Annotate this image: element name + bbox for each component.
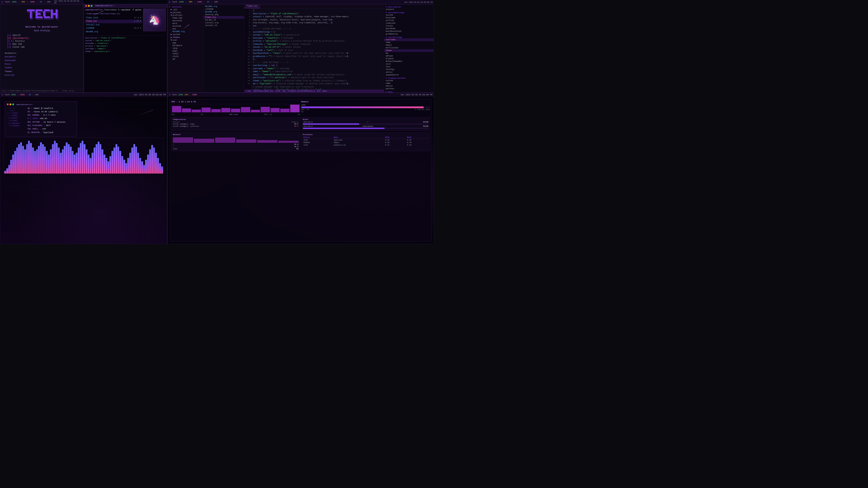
qb-menu-history[interactable]: [S h] History <box>7 40 76 43</box>
code-line-16: bootMode = "uefi"; # uefi or bios <box>253 49 382 52</box>
tree-item-git[interactable]: ▶.git <box>167 8 204 11</box>
outline-user-name[interactable]: name <box>384 41 434 44</box>
viz-bar-item <box>70 147 72 173</box>
tree-item-lang[interactable]: lang <box>167 47 204 50</box>
outline-outputs[interactable]: outputs <box>384 8 434 11</box>
nf-min-dot[interactable] <box>9 103 11 105</box>
nf-max-dot[interactable] <box>12 103 14 105</box>
viz-bar-item <box>22 146 24 173</box>
file-readme-main[interactable]: README.org <box>204 5 244 8</box>
file-harden-sh[interactable]: harden.sh <box>204 19 244 22</box>
status-cpu-main: 100% <box>197 1 202 3</box>
viz-bar-item <box>64 146 66 173</box>
tree-item-personal[interactable]: personal <box>167 20 204 22</box>
tree-item-shell[interactable]: shell <box>167 53 204 55</box>
outline-nixpkgs-name[interactable]: name <box>384 82 434 85</box>
file-flake-nix[interactable]: flake.nix <box>204 16 244 19</box>
bl-status-sep3: | <box>32 94 33 96</box>
outline-user-wmtype[interactable]: wmType <box>384 55 434 57</box>
file-install-org[interactable]: install.org <box>204 22 244 24</box>
window-min-dot[interactable] <box>88 5 90 7</box>
code-str-sys: "x86_64-linux" <box>95 39 110 41</box>
file-license[interactable]: LICENSE <box>204 8 244 11</box>
file-readme-org[interactable]: README.org <box>204 11 244 13</box>
qb-menu-quickmarks[interactable]: [b] [Quickmarks] <box>7 37 76 40</box>
tree-label-readme-profiles: README.org <box>173 31 185 33</box>
viz-bar-item <box>60 153 62 173</box>
code-str-flake: "Flake of LibrePhoenix" <box>100 37 125 39</box>
net-up-label: ↑ <box>173 145 174 148</box>
code-line-9: # ----- SYSTEM SETTINGS ----- # <box>253 28 382 31</box>
outline-user-term[interactable]: term <box>384 63 434 66</box>
qb-menu-search[interactable]: [o] Search <box>7 34 76 37</box>
term-body: 🦄 emmet@snowfire /home/emmet $ rapidash … <box>84 8 167 92</box>
terminal-window: emmet@snowfire:~ 🦄 emmet@snowfire /home/… <box>84 4 167 93</box>
tree-item-wm[interactable]: wm <box>167 58 204 61</box>
tree-item-user[interactable]: ▼user <box>167 39 204 41</box>
tab-flake-nix[interactable]: flake.nix <box>244 4 260 8</box>
tree-item-homelab[interactable]: home.lab <box>167 17 204 20</box>
br-status-cpu: 100% <box>192 94 197 96</box>
outline-sys-bootmode[interactable]: bootMode <box>384 27 434 30</box>
outline-user-roamdir[interactable]: defaultRoamDir <box>384 60 434 63</box>
outline-user-email[interactable]: email <box>384 44 434 46</box>
qb-menu-closetab[interactable]: [x] Close tab <box>7 46 76 48</box>
outline-sys-hostname[interactable]: hostname <box>384 17 434 19</box>
file-install-sh[interactable]: install.sh <box>204 24 244 27</box>
tree-item-themes[interactable]: ▶themes <box>167 36 204 39</box>
code-line-11: system = "x86_64-linux"; # system arch <box>253 34 382 37</box>
tree-item-profiles[interactable]: ▼profiles <box>167 14 204 17</box>
nf-close-dot[interactable] <box>7 103 8 105</box>
code-kw-host: hostname <box>85 42 94 44</box>
outline-user-wm[interactable]: wm <box>384 52 434 55</box>
tree-item-patches[interactable]: ▶patches <box>167 11 204 14</box>
outline-sys-system[interactable]: system <box>384 14 434 17</box>
viz-bar-item <box>155 153 157 173</box>
proc-name-pipewire: pipewire-pu <box>333 144 384 146</box>
ln-10: 10 <box>244 37 250 40</box>
cpu-bar-8 <box>241 107 250 112</box>
window-max-dot[interactable] <box>91 5 92 7</box>
file-desktop-png[interactable]: desktop.png <box>204 13 244 16</box>
nf-shell-sep: : <box>40 128 42 130</box>
tree-item-hardware[interactable]: hardware <box>167 44 204 47</box>
outline-sys-grub[interactable]: grubDevice <box>384 33 434 35</box>
outline-nixpkgs-name-label: name <box>385 82 391 85</box>
network-box: Network ↓ 56.0 <box>171 132 300 151</box>
window-close-dot[interactable] <box>85 5 87 7</box>
file-item-nix[interactable]: flake.nix 2.25 K <box>85 20 142 23</box>
status-tech-main: Tech <box>172 1 177 3</box>
outline-sys-profile[interactable]: profile <box>384 19 434 22</box>
outline-sys-bootmount[interactable]: bootMountPath <box>384 30 434 33</box>
outline-user-browser[interactable]: browser <box>384 57 434 60</box>
outline-sys-timezone[interactable]: timezone <box>384 22 434 25</box>
cpu-bar-4 <box>202 107 211 112</box>
processes-title: Processes <box>303 133 429 135</box>
tree-item-app[interactable]: app <box>167 41 204 44</box>
viz-bar-item <box>48 155 50 173</box>
outline-nixpkgs-system[interactable]: system <box>384 79 434 82</box>
outline-sys-locale[interactable]: locale <box>384 25 434 27</box>
outline-user-spawneditor[interactable]: spawnEditor <box>384 74 434 76</box>
bl-status-brand: ⬡ <box>2 94 3 96</box>
outline-nixpkgs-patches[interactable]: patches <box>384 88 434 90</box>
tree-item-wsl[interactable]: wsl <box>167 28 204 30</box>
status-net-main: 105 <box>214 1 218 3</box>
qb-menu-newtab[interactable]: [t] New tab <box>7 43 76 46</box>
tree-item-work[interactable]: work <box>167 22 204 25</box>
viz-bar-item <box>123 160 125 173</box>
outline-user-font[interactable]: font <box>384 66 434 68</box>
tree-item-pkgs[interactable]: pkgs <box>167 50 204 53</box>
outline-user-editor[interactable]: editor <box>384 71 434 74</box>
status-net: 105 <box>47 1 51 3</box>
tree-item-readme-profiles[interactable]: README.org <box>167 30 204 33</box>
outline-user-fontpkg[interactable]: fontPkg <box>384 68 434 71</box>
ln-12: 12 <box>244 43 250 46</box>
tree-item-style[interactable]: style <box>167 55 204 58</box>
outline-nixpkgs-editor[interactable]: editor <box>384 85 434 88</box>
outline-user-username[interactable]: username <box>384 38 434 41</box>
disk-2-label: /dev/dm-0 <box>303 125 313 127</box>
tree-item-system[interactable]: ▶system <box>167 33 204 36</box>
outline-user-dotfiles[interactable]: dotfilesDir <box>384 46 434 49</box>
outline-user-theme[interactable]: theme <box>384 49 434 52</box>
